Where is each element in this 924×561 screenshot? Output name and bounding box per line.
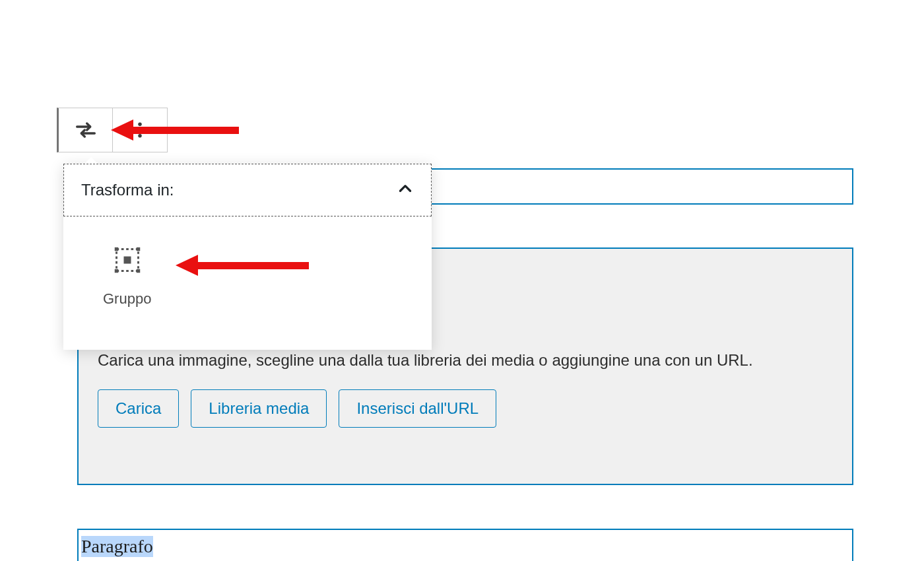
editor-canvas: Carica una immagine, scegline una dalla … (0, 53, 924, 561)
transform-popover-header[interactable]: Trasforma in: (63, 164, 432, 216)
svg-rect-5 (114, 248, 118, 251)
paragraph-block[interactable]: Paragrafo (77, 529, 853, 561)
transform-icon (73, 117, 99, 143)
svg-rect-8 (136, 269, 140, 273)
annotation-arrow-gruppo (176, 255, 309, 276)
arrow-line (133, 127, 239, 134)
svg-rect-4 (123, 257, 131, 264)
upload-button[interactable]: Carica (98, 389, 179, 428)
svg-rect-6 (136, 248, 140, 251)
svg-rect-7 (114, 269, 118, 273)
chevron-up-icon (397, 180, 414, 200)
arrow-head-icon (111, 119, 133, 141)
group-icon (113, 246, 142, 275)
paragraph-block-text: Paragrafo (81, 536, 153, 557)
image-block-actions: Carica Libreria media Inserisci dall'URL (98, 389, 496, 428)
media-library-button[interactable]: Libreria media (191, 389, 327, 428)
image-block-instruction: Carica una immagine, scegline una dalla … (98, 351, 753, 370)
arrow-line (198, 262, 309, 269)
transform-option-label: Gruppo (103, 290, 151, 308)
transform-popover-body: Gruppo (63, 216, 432, 350)
insert-from-url-button[interactable]: Inserisci dall'URL (339, 389, 496, 428)
transform-button[interactable] (59, 108, 113, 152)
arrow-head-icon (176, 255, 198, 276)
annotation-arrow-toolbar (111, 119, 239, 141)
transform-option-gruppo[interactable]: Gruppo (83, 243, 171, 310)
transform-popover-title: Trasforma in: (81, 181, 174, 199)
